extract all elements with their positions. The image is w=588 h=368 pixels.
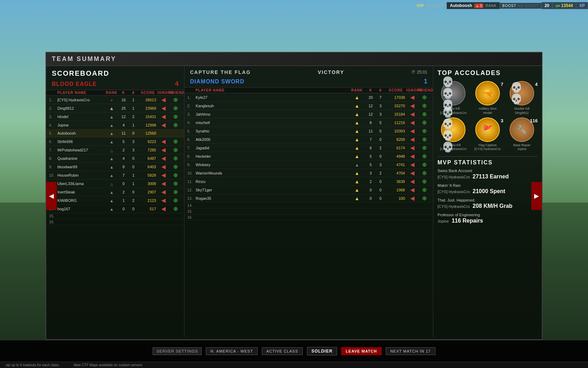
soldier-button[interactable]: SOLDIER xyxy=(307,347,337,355)
accolade-artillery: 🔫 7 Artillery Shot Hindel xyxy=(472,81,503,115)
rank-icon: ▲ xyxy=(110,172,114,178)
friend-button[interactable]: ⊕ xyxy=(418,195,430,202)
ignore-button[interactable]: ◀ xyxy=(406,178,418,185)
ignore-button[interactable]: ◀ xyxy=(158,113,169,120)
ignore-button[interactable]: ◀ xyxy=(158,138,169,145)
kills: 20 xyxy=(366,95,376,100)
ignore-button[interactable]: ◀ xyxy=(158,189,169,195)
ticker-text-1: uip up to 6 loadouts for each class. xyxy=(6,363,60,367)
player-name: UberL33tLlama xyxy=(57,182,105,186)
rank-icon: ▲ xyxy=(355,153,359,159)
ignore-button[interactable]: ◀ xyxy=(158,205,169,212)
assists: 5 xyxy=(376,121,385,125)
kills: 5 xyxy=(119,139,128,144)
ignore-button[interactable]: ◀ xyxy=(406,119,418,126)
player-name: Heckeler xyxy=(196,154,348,158)
scoreboard-col-headers: PLAYER NAME RANK K A SCORE IGNORE FRIEND xyxy=(46,90,184,96)
player-info: Autoboosh ▲ 5 RANK xyxy=(447,2,500,9)
friend-button[interactable]: ⊕ xyxy=(418,119,430,126)
ignore-button[interactable]: ◀ xyxy=(406,186,418,193)
mvp-swiss-bank: Swiss Bank Account [CYS] HydraxisCro 271… xyxy=(438,169,538,180)
next-match-button[interactable]: NEXT MATCH IN 17 xyxy=(386,347,435,355)
friend-button[interactable]: ⊕ xyxy=(169,122,181,128)
rank-cell: ▲ xyxy=(348,94,366,101)
ignore-button[interactable]: ◀ xyxy=(158,105,169,111)
kills: 2 xyxy=(119,148,128,152)
ignore-button[interactable]: ◀ xyxy=(158,197,169,204)
rank-icon: △ xyxy=(110,147,113,153)
ignore-button[interactable]: ◀ xyxy=(406,170,418,176)
friend-button[interactable]: ⊕ xyxy=(418,161,430,168)
assists: 2 xyxy=(376,171,385,175)
ignore-button[interactable]: ◀ xyxy=(158,96,169,103)
rank-cell: ▲ xyxy=(348,195,366,202)
server-settings-button[interactable]: SERVER SETTINGS xyxy=(153,347,202,355)
ignore-button[interactable]: ◀ xyxy=(158,146,169,153)
nav-right-arrow[interactable]: ▶ xyxy=(531,182,542,210)
player-name: InertSteak xyxy=(57,190,105,194)
friend-button[interactable]: ⊕ xyxy=(169,180,181,187)
table-row: 3.Hindel▲12215431◀⊕ xyxy=(46,113,184,121)
leave-match-button[interactable]: LEAVE MATCH xyxy=(341,347,382,355)
accolade-artillery-count: 7 xyxy=(501,82,503,87)
friend-button[interactable]: ⊕ xyxy=(418,153,430,159)
nav-left-arrow[interactable]: ◀ xyxy=(46,182,57,210)
ignore-button[interactable]: ◀ xyxy=(406,195,418,202)
friend-button[interactable]: ⊕ xyxy=(169,172,181,178)
friend-button[interactable]: ⊕ xyxy=(169,138,181,145)
friend-button[interactable]: ⊕ xyxy=(418,111,430,117)
ignore-button[interactable]: ◀ xyxy=(406,144,418,151)
friend-button[interactable]: ⊕ xyxy=(169,205,181,212)
friend-button[interactable]: ⊕ xyxy=(418,178,430,185)
ignore-button[interactable]: ◀ xyxy=(406,136,418,143)
vip-label: VIP xyxy=(416,4,424,8)
friend-button[interactable]: ⊕ xyxy=(418,136,430,143)
rank-cell: ▲ xyxy=(105,172,119,178)
rank-icon: ▲ xyxy=(110,130,114,136)
friend-button[interactable]: ⊕ xyxy=(169,146,181,153)
ignore-button[interactable]: ◀ xyxy=(158,180,169,187)
ignore-button[interactable]: ◀ xyxy=(406,128,418,134)
ignore-button[interactable]: ◀ xyxy=(158,122,169,128)
accolade-double-kill-count: 4 xyxy=(535,82,538,87)
kills: 16 xyxy=(119,98,128,102)
no-boost-label: NO BOOST xyxy=(518,4,539,8)
table-row: 13.Rogan35▲00100◀⊕ xyxy=(184,194,433,203)
friend-button[interactable]: ⊕ xyxy=(169,113,181,120)
row-number: 5. xyxy=(49,131,57,135)
ignore-button[interactable]: ◀ xyxy=(406,153,418,159)
friend-button[interactable]: ⊕ xyxy=(418,102,430,109)
ignore-button[interactable]: ◀ xyxy=(406,102,418,109)
kills: 25 xyxy=(119,106,128,110)
row-number: 7. xyxy=(187,146,196,150)
player-name: Rinzu xyxy=(196,179,348,184)
ignore-button[interactable]: ◀ xyxy=(406,111,418,117)
friend-button[interactable]: ⊕ xyxy=(169,189,181,195)
table-row: 14.hog167▲00517◀⊕ xyxy=(46,205,184,213)
friend-button[interactable]: ⊕ xyxy=(418,170,430,176)
accolades-section: TOP ACCOLADES 💀💀💀 Triple Kill [CYS] Hydr… xyxy=(433,66,542,337)
ignore-button[interactable]: ◀ xyxy=(158,155,169,162)
player-name: Jopine xyxy=(57,123,105,127)
ignore-button[interactable]: ◀ xyxy=(158,163,169,170)
ignore-button[interactable]: ◀ xyxy=(406,94,418,101)
table-row: 8.Quadranine▲406487◀⊕ xyxy=(46,154,184,163)
friend-button[interactable]: ⊕ xyxy=(169,155,181,162)
row-number: 3. xyxy=(49,115,57,119)
friend-button[interactable]: ⊕ xyxy=(418,144,430,151)
friend-button[interactable]: ⊕ xyxy=(418,94,430,101)
friend-button[interactable]: ⊕ xyxy=(418,128,430,134)
ignore-button[interactable]: ◀ xyxy=(406,161,418,168)
rank-icon: ▲ xyxy=(110,114,114,120)
friend-button[interactable]: ⊕ xyxy=(418,186,430,193)
ignore-button[interactable]: ◀ xyxy=(158,172,169,178)
rank-cell: ▲ xyxy=(105,130,119,136)
region-button[interactable]: N. AMERICA - WEST xyxy=(206,347,258,355)
friend-button[interactable]: ⊕ xyxy=(169,96,181,103)
xp-box: XP xyxy=(576,2,588,9)
active-class-button[interactable]: ACTIVE CLASS xyxy=(262,347,303,355)
friend-button[interactable]: ⊕ xyxy=(169,105,181,111)
friend-button[interactable]: ⊕ xyxy=(169,197,181,204)
rank-icon: ▲ xyxy=(110,164,114,170)
friend-button[interactable]: ⊕ xyxy=(169,163,181,170)
